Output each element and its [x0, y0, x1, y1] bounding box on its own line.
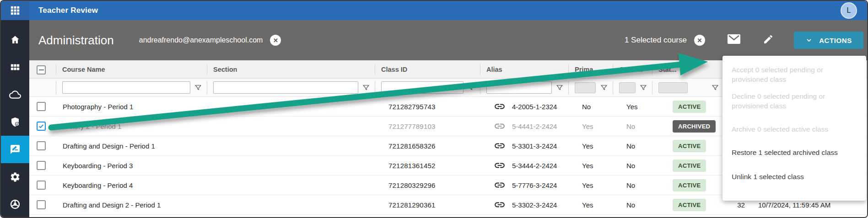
primary-filter-select[interactable] — [575, 82, 596, 93]
column-header-class-id[interactable]: Class ID — [375, 64, 480, 75]
sidebar-item-modules[interactable] — [1, 53, 29, 81]
last-updated-cell: 10/7/2024, 11:59:45 AM — [758, 201, 868, 209]
class-id-filter-input[interactable] — [381, 81, 464, 94]
status-cell: ACTIVE — [652, 179, 724, 191]
filtered-teacher-email: andreafrendo@anexampleschool.com — [139, 36, 263, 44]
column-header-alias[interactable]: Alias — [480, 64, 568, 75]
filter-funnel-icon[interactable] — [190, 84, 202, 92]
svg-text:e: e — [16, 122, 18, 126]
co-teacher-cell: Yes — [613, 103, 652, 111]
avatar[interactable]: L — [841, 2, 857, 19]
primary-cell: No — [568, 103, 613, 111]
clear-email-filter-icon[interactable]: ✕ — [270, 35, 281, 46]
page-title: Administration — [38, 33, 114, 48]
filter-funnel-icon[interactable] — [707, 84, 719, 92]
row-checkbox-checked[interactable] — [37, 122, 46, 131]
link-icon[interactable] — [494, 120, 506, 132]
filter-funnel-icon[interactable] — [464, 84, 475, 92]
alias-cell: 5-3302-3-2424 — [480, 199, 568, 211]
link-icon[interactable] — [494, 199, 506, 211]
row-checkbox[interactable] — [37, 102, 46, 111]
link-icon[interactable] — [494, 179, 506, 191]
link-icon[interactable] — [494, 160, 506, 171]
row-checkbox[interactable] — [37, 200, 46, 209]
class-id-cell: 721281658326 — [375, 142, 480, 150]
sidebar: e — [1, 1, 29, 217]
sidebar-item-cloud[interactable] — [1, 81, 29, 108]
row-checkbox[interactable] — [37, 181, 46, 190]
column-header-status[interactable]: Stat... — [652, 64, 724, 75]
row-checkbox[interactable] — [37, 161, 46, 170]
edit-pencil-icon[interactable] — [763, 34, 774, 47]
clear-selection-icon[interactable]: ✕ — [694, 35, 705, 46]
page-header: Administration andreafrendo@anexamplesch… — [29, 20, 867, 60]
status-badge: ACTIVE — [673, 101, 706, 113]
shield-badge-icon: e — [10, 117, 21, 128]
select-all-checkbox[interactable] — [37, 65, 46, 74]
actions-dropdown-menu: Accept 0 selected pending or provisioned… — [722, 56, 866, 201]
app-window: e Teacher Review L Ad — [0, 0, 868, 218]
course-name-cell: Drafting and Design - Period 1 — [56, 142, 207, 150]
sidebar-item-shield[interactable]: e — [1, 108, 29, 136]
co-teacher-cell: No — [613, 122, 652, 130]
column-header-course-name[interactable]: Course Name — [56, 64, 207, 75]
alias-cell: 5-4441-2-2424 — [480, 120, 568, 132]
filter-funnel-icon[interactable] — [552, 84, 564, 92]
link-icon[interactable] — [494, 101, 506, 112]
top-bar: Teacher Review L — [29, 1, 867, 20]
course-name-cell: Photography - Period 1 — [56, 103, 207, 111]
menu-item-unlink[interactable]: Unlink 1 selected class — [722, 168, 866, 185]
sidebar-item-teacher-review[interactable] — [1, 136, 29, 163]
status-badge: ACTIVE — [673, 140, 706, 152]
column-header-section[interactable]: Section — [207, 64, 375, 75]
alias-value: 5-3301-3-2424 — [512, 142, 557, 150]
alias-filter-input[interactable] — [486, 81, 552, 94]
status-cell: ACTIVE — [652, 101, 724, 113]
alias-cell: 5-3444-2-2424 — [480, 160, 568, 171]
alias-value: 5-3302-3-2424 — [512, 201, 557, 209]
actions-button[interactable]: ACTIONS — [794, 32, 863, 49]
sidebar-item-wheel[interactable] — [1, 191, 29, 218]
alias-value: 5-3444-2-2424 — [512, 162, 557, 170]
course-name-filter-input[interactable] — [62, 81, 190, 94]
menu-item-accept: Accept 0 selected pending or provisioned… — [722, 61, 866, 88]
filter-funnel-icon[interactable] — [596, 84, 608, 92]
section-filter-input[interactable] — [213, 81, 358, 94]
actions-button-label: ACTIONS — [819, 37, 852, 44]
filter-cell-alias — [480, 81, 568, 94]
primary-cell: Yes — [568, 162, 613, 170]
status-badge: ARCHIVED — [673, 120, 716, 133]
wheel-icon — [10, 199, 21, 210]
column-header-co-teacher[interactable]: Co Te... — [613, 64, 652, 75]
home-icon — [10, 34, 21, 45]
status-badge: ACTIVE — [673, 179, 706, 191]
column-header-primary[interactable]: Prima... — [568, 64, 613, 75]
rate-review-icon — [10, 144, 21, 155]
co-teacher-filter-select[interactable] — [619, 82, 636, 93]
row-checkbox[interactable] — [37, 141, 46, 150]
link-icon[interactable] — [494, 140, 506, 152]
apps-grid-icon[interactable] — [1, 1, 29, 20]
menu-item-restore[interactable]: Restore 1 selected archived class — [722, 144, 866, 161]
sidebar-item-home[interactable] — [1, 26, 29, 53]
filter-cell-section — [207, 81, 375, 94]
status-cell: ARCHIVED — [652, 120, 724, 133]
selected-count-label: 1 Selected course — [625, 36, 687, 45]
filter-cell-class-id — [375, 81, 480, 94]
course-name-cell: History 2 - Period 1 — [56, 122, 207, 130]
filter-cell-co-teacher — [613, 81, 652, 94]
filter-cell-course — [56, 81, 207, 94]
status-filter-select[interactable] — [658, 82, 688, 93]
modules-grid-icon — [10, 62, 20, 72]
status-badge: ACTIVE — [673, 160, 706, 172]
email-icon[interactable] — [727, 34, 741, 47]
class-id-cell: 721280329296 — [375, 181, 480, 189]
alias-cell: 5-3301-3-2424 — [480, 140, 568, 152]
sidebar-item-settings[interactable] — [1, 163, 29, 191]
filter-funnel-icon[interactable] — [358, 84, 370, 92]
class-id-cell: 721281290361 — [375, 201, 480, 209]
menu-item-decline: Decline 0 selected pending or provisione… — [722, 88, 866, 114]
class-id-cell: 721277789103 — [375, 122, 480, 130]
filter-funnel-icon[interactable] — [636, 84, 647, 92]
alias-value: 4-2005-1-2324 — [512, 103, 557, 111]
